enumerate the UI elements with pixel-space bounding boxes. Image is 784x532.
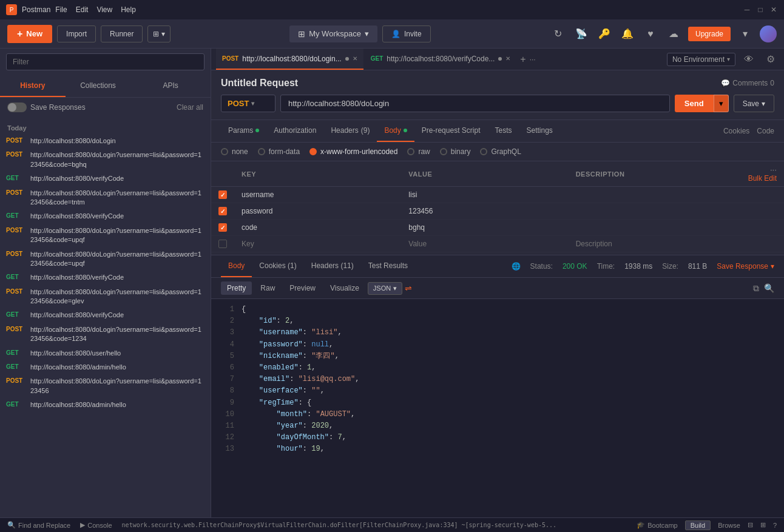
list-item[interactable]: GET http://localhost:8080/admin/hello [0, 360, 211, 374]
view-tab-pretty[interactable]: Pretty [221, 281, 252, 295]
copy-icon[interactable]: ⧉ [753, 283, 759, 294]
value-input[interactable] [408, 223, 561, 232]
body-type-graphql[interactable]: GraphQL [480, 147, 521, 156]
tab-apis[interactable]: APIs [130, 75, 211, 97]
value-input[interactable] [408, 190, 561, 199]
list-item[interactable]: POST http://localhost:8080/doLogin?usern… [0, 247, 211, 271]
list-item[interactable]: POST http://localhost:8080/doLogin?usern… [0, 285, 211, 309]
tab-settings[interactable]: Settings [519, 120, 560, 142]
import-button[interactable]: Import [57, 25, 96, 42]
upgrade-button[interactable]: Upgrade [688, 27, 731, 41]
tab-headers[interactable]: Headers (9) [323, 120, 377, 142]
method-selector[interactable]: POST ▾ [221, 95, 275, 112]
key-input[interactable] [242, 223, 394, 232]
refresh-icon[interactable]: ↻ [550, 25, 567, 42]
heart-icon[interactable]: ♥ [642, 25, 659, 42]
menu-file[interactable]: File [55, 5, 67, 14]
tab-body[interactable]: Body [377, 120, 414, 142]
new-tab-button[interactable]: + [520, 54, 525, 65]
menu-view[interactable]: View [96, 5, 112, 14]
close-btn[interactable]: ✕ [769, 5, 778, 14]
new-button[interactable]: + New [7, 25, 52, 43]
invite-button[interactable]: 👤 Invite [382, 25, 431, 42]
cookies-link[interactable]: Cookies [723, 127, 749, 135]
empty-key-input[interactable] [242, 240, 394, 248]
bootcamp-button[interactable]: 🎓 Bootcamp [637, 520, 678, 530]
save-responses-toggle[interactable] [7, 103, 27, 112]
menu-edit[interactable]: Edit [76, 5, 89, 14]
menu-help[interactable]: Help [121, 5, 136, 14]
list-item[interactable]: POST http://localhost:8080/doLogin [0, 134, 211, 148]
list-item[interactable]: GET http://localhost:8080/verifyCode [0, 308, 211, 322]
bulk-edit-button[interactable]: Bulk Edit [748, 174, 777, 183]
gear-icon[interactable]: ⚙ [762, 51, 779, 68]
response-tab-testresults[interactable]: Test Results [361, 255, 415, 277]
key-input[interactable] [242, 207, 394, 215]
environment-selector[interactable]: No Environment ▾ [667, 53, 735, 66]
maximize-btn[interactable]: □ [756, 5, 765, 14]
tab-history[interactable]: History [0, 75, 66, 97]
list-item[interactable]: POST http://localhost:8080/doLogin?usern… [0, 374, 211, 398]
tab-params[interactable]: Params [221, 120, 266, 142]
satellite-icon[interactable]: 📡 [573, 25, 590, 42]
workspace-button[interactable]: ⊞ My Workspace ▾ [289, 25, 377, 42]
row-checkbox[interactable]: ✓ [218, 223, 227, 232]
tab-close-icon[interactable]: ✕ [353, 55, 357, 62]
comments-link[interactable]: 💬 Comments 0 [721, 79, 774, 87]
tab-post-login[interactable]: POST http://localhost:8080/doLogin... ✕ [216, 49, 363, 70]
view-tab-raw[interactable]: Raw [254, 281, 281, 295]
help-icon[interactable]: ? [773, 520, 777, 530]
send-dropdown-button[interactable]: ▾ [714, 95, 729, 112]
body-type-urlencoded[interactable]: x-www-form-urlencoded [309, 147, 397, 156]
chevron-down-toolbar-icon[interactable]: ▾ [737, 25, 754, 42]
url-input[interactable] [280, 95, 670, 112]
view-tab-visualize[interactable]: Visualize [324, 281, 365, 295]
find-replace-button[interactable]: 🔍 Find and Replace [7, 521, 70, 529]
json-format-selector[interactable]: JSON ▾ [368, 282, 402, 295]
avatar[interactable] [760, 25, 777, 42]
console-button[interactable]: ▶ Console [80, 521, 112, 529]
wrap-icon[interactable]: ⇌ [405, 283, 412, 293]
key-icon[interactable]: 🔑 [596, 25, 613, 42]
save-button[interactable]: Save ▾ [734, 95, 774, 112]
desc-input[interactable] [576, 223, 728, 232]
list-item[interactable]: POST http://localhost:8080/doLogin?usern… [0, 186, 211, 210]
cloud-icon[interactable]: ☁ [665, 25, 682, 42]
tab-get-verify[interactable]: GET http://localhost:8080/verifyCode... … [365, 49, 517, 70]
body-type-formdata[interactable]: form-data [258, 147, 300, 156]
send-button[interactable]: Send [675, 95, 714, 112]
extra-button[interactable]: ⊞ ▾ [147, 25, 170, 42]
clear-all-button[interactable]: Clear all [177, 103, 203, 112]
body-type-raw[interactable]: raw [407, 147, 430, 156]
list-item[interactable]: POST http://localhost:8080/doLogin?usern… [0, 224, 211, 247]
tab-authorization[interactable]: Authorization [266, 120, 323, 142]
empty-desc-input[interactable] [576, 240, 728, 248]
tab-tests[interactable]: Tests [487, 120, 519, 142]
response-tab-headers[interactable]: Headers (11) [304, 255, 361, 277]
split-icon[interactable]: ⊞ [760, 520, 766, 530]
list-item[interactable]: POST http://localhost:8080/doLogin?usern… [0, 323, 211, 346]
list-item[interactable]: GET http://localhost:8080/verifyCode [0, 209, 211, 223]
list-item[interactable]: POST http://localhost:8080/doLogin?usern… [0, 148, 211, 172]
browse-button[interactable]: Browse [718, 520, 740, 530]
list-item[interactable]: GET http://localhost:8080/verifyCode [0, 172, 211, 186]
tab-prerequest[interactable]: Pre-request Script [414, 120, 488, 142]
eye-icon[interactable]: 👁 [740, 51, 757, 68]
tab-collections[interactable]: Collections [66, 75, 131, 97]
minimize-btn[interactable]: ─ [743, 5, 751, 14]
bell-icon[interactable]: 🔔 [619, 25, 636, 42]
list-item[interactable]: GET http://localhost:8080/user/hello [0, 346, 211, 360]
code-link[interactable]: Code [757, 127, 774, 135]
empty-value-input[interactable] [408, 240, 561, 248]
runner-button[interactable]: Runner [101, 25, 143, 42]
list-item[interactable]: GET http://localhost:8080/verifyCode [0, 271, 211, 285]
table-more-button[interactable]: ··· [770, 165, 777, 174]
layout-icon[interactable]: ⊟ [748, 520, 753, 530]
key-input[interactable] [242, 190, 394, 199]
tab-more-icon[interactable]: ··· [530, 55, 536, 64]
view-tab-preview[interactable]: Preview [283, 281, 322, 295]
desc-input[interactable] [576, 190, 728, 199]
list-item[interactable]: GET http://localhost:8080/admin/hello [0, 398, 211, 412]
save-response-button[interactable]: Save Response ▾ [717, 262, 774, 271]
desc-input[interactable] [576, 207, 728, 215]
